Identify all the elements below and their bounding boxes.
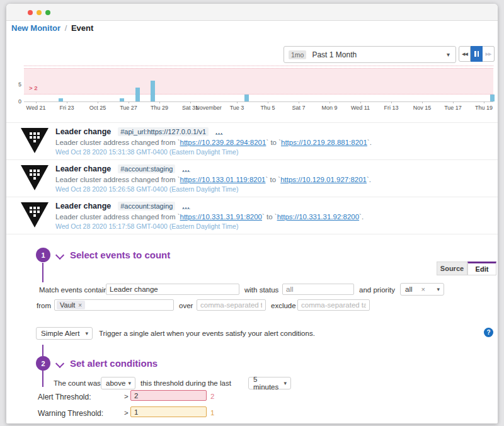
count-was-label: The count was [54, 379, 101, 387]
minimize-window-button[interactable] [37, 10, 42, 15]
breadcrumb-separator: / [63, 23, 69, 33]
event-description-text: Leader cluster address changed from ` [55, 213, 180, 221]
x-axis-tick-label: Thu 19 [475, 105, 493, 111]
x-axis-tick-label: Sat 7 [292, 105, 305, 111]
x-axis-tick-mark [329, 101, 330, 103]
priority-select[interactable]: all × ▾ [400, 283, 444, 296]
rewind-button[interactable]: ◀◀ [459, 46, 471, 62]
fast-forward-icon: ▶▶ [486, 52, 491, 57]
event-list-item[interactable]: Leader change#account:staging...Leader c… [6, 197, 498, 234]
exclude-tags-input[interactable] [297, 299, 370, 311]
over-tags-input[interactable] [197, 299, 266, 311]
event-to-url-link[interactable]: https://10.331.31.92:8200 [277, 213, 359, 221]
section-connector-line [42, 345, 43, 356]
pause-icon [474, 51, 479, 57]
time-window-select[interactable]: 5 minutes ▾ [248, 377, 291, 389]
alert-threshold-operator: > [124, 393, 129, 400]
alert-type-description: Trigger a single alert when your events … [99, 330, 315, 337]
event-description: Leader cluster address changed from `htt… [55, 176, 371, 183]
remove-chip-icon[interactable]: × [78, 302, 82, 309]
event-tag[interactable]: #api_url:https://127.0.0.1/v1 [118, 127, 209, 136]
breadcrumb-new-monitor-link[interactable]: New Monitor [11, 23, 60, 33]
event-list: Leader change#api_url:https://127.0.0.1/… [6, 122, 498, 234]
event-title: Leader change [55, 164, 111, 173]
and-priority-label: and priority [359, 286, 395, 294]
x-axis-tick-label: Thu 29 [151, 105, 168, 111]
threshold-during-label: this threshold during the last [140, 379, 231, 387]
chart-bar[interactable] [490, 95, 495, 101]
event-list-item[interactable]: Leader change#api_url:https://127.0.0.1/… [6, 122, 498, 159]
event-to-url-link[interactable]: https://10.129.01.927:8201 [280, 176, 367, 183]
warning-threshold-operator: > [124, 409, 129, 417]
x-axis-tick-mark [36, 101, 37, 103]
section-connector-line [42, 263, 43, 282]
event-from-url-link[interactable]: https://10.331.31.91:8200 [180, 213, 262, 221]
event-description-text: `. [359, 213, 364, 221]
x-axis-tick-label: Fri 23 [59, 105, 74, 111]
x-axis-tick-mark [391, 101, 392, 103]
event-from-url-link[interactable]: https://10.133.01.119:8201 [180, 176, 266, 183]
event-from-url-link[interactable]: https://10.239.28.294:8201 [180, 139, 266, 146]
event-tag[interactable]: #account:staging [118, 202, 175, 210]
event-tag[interactable]: #account:staging [118, 164, 175, 173]
event-more-link[interactable]: ... [215, 129, 223, 135]
chevron-down-icon: ▾ [85, 330, 88, 337]
operator-select[interactable]: above ▾ [101, 377, 135, 389]
event-more-link[interactable]: ... [182, 166, 190, 172]
event-description-text: ` to ` [262, 213, 277, 221]
fast-forward-button[interactable]: ▶▶ [483, 46, 495, 62]
alert-threshold-label: Alert Threshold: [38, 393, 91, 401]
event-to-url-link[interactable]: https://10.219.28.881:8201 [281, 139, 367, 146]
match-events-input[interactable] [106, 284, 239, 295]
playback-controls: ◀◀ ▶▶ [459, 46, 495, 62]
exclude-label: exclude [271, 302, 296, 309]
close-window-button[interactable] [28, 10, 33, 15]
event-count-chart[interactable]: > 250Wed 21Fri 23Oct 25Tue 27Thu 29Sat 3… [6, 64, 498, 115]
x-axis-tick-mark [422, 101, 423, 103]
status-input[interactable] [282, 284, 354, 295]
time-range-label: Past 1 Month [312, 50, 357, 59]
x-axis-tick-mark [98, 101, 98, 103]
time-range-badge: 1mo [289, 50, 306, 59]
event-list-item[interactable]: Leader change#account:staging...Leader c… [6, 159, 498, 197]
zoom-window-button[interactable] [45, 10, 50, 15]
breadcrumb: New Monitor / Event [11, 23, 93, 33]
x-axis-tick-label: Mon 9 [321, 105, 337, 111]
event-description-text: ` to ` [266, 176, 281, 183]
event-timestamp: Wed Oct 28 2020 15:17:58 GMT-0400 (Easte… [55, 222, 364, 230]
chart-plot-area[interactable]: > 2 [24, 66, 493, 102]
pause-button[interactable] [471, 46, 483, 62]
section-2-number: 2 [36, 356, 50, 371]
warning-threshold-label: Warning Threshold: [38, 409, 103, 418]
event-description: Leader cluster address changed from `htt… [55, 213, 364, 221]
tab-edit[interactable]: Edit [467, 262, 496, 275]
x-axis-tick-label: Tue 17 [444, 105, 462, 111]
source-chip-vault: Vault × [57, 301, 85, 309]
alert-type-value: Simple Alert [41, 330, 79, 337]
x-axis-tick-mark [299, 101, 299, 103]
event-timestamp: Wed Oct 28 2020 15:31:38 GMT-0400 (Easte… [55, 148, 372, 156]
chart-bar[interactable] [244, 95, 249, 101]
x-axis-tick-label: Nov 15 [413, 105, 432, 111]
breadcrumb-current-page: Event [71, 23, 93, 33]
chart-bar[interactable] [135, 88, 140, 101]
vault-triangle-logo-icon [20, 202, 49, 228]
time-window-value: 5 minutes [253, 376, 284, 391]
warning-threshold-input[interactable] [130, 406, 207, 417]
help-icon[interactable]: ? [484, 328, 493, 337]
x-axis-tick-mark [237, 101, 238, 103]
tab-source[interactable]: Source [437, 262, 467, 275]
from-sources-input[interactable]: Vault × [54, 299, 174, 311]
event-description-text: Leader cluster address changed from ` [55, 139, 180, 146]
time-range-select[interactable]: 1mo Past 1 Month ▾ [284, 46, 456, 63]
alert-threshold-input[interactable] [130, 390, 207, 401]
chart-bar[interactable] [151, 81, 155, 101]
chevron-down-icon: ▾ [284, 380, 287, 386]
section-1-collapse-chevron-icon[interactable] [55, 251, 64, 260]
priority-clear-icon[interactable]: × [421, 285, 425, 293]
event-description-text: `. [367, 176, 371, 183]
alert-type-select[interactable]: Simple Alert ▾ [36, 327, 93, 340]
event-more-link[interactable]: ... [182, 204, 190, 209]
x-axis-tick-mark [268, 101, 268, 103]
section-2-collapse-chevron-icon[interactable] [55, 359, 64, 368]
